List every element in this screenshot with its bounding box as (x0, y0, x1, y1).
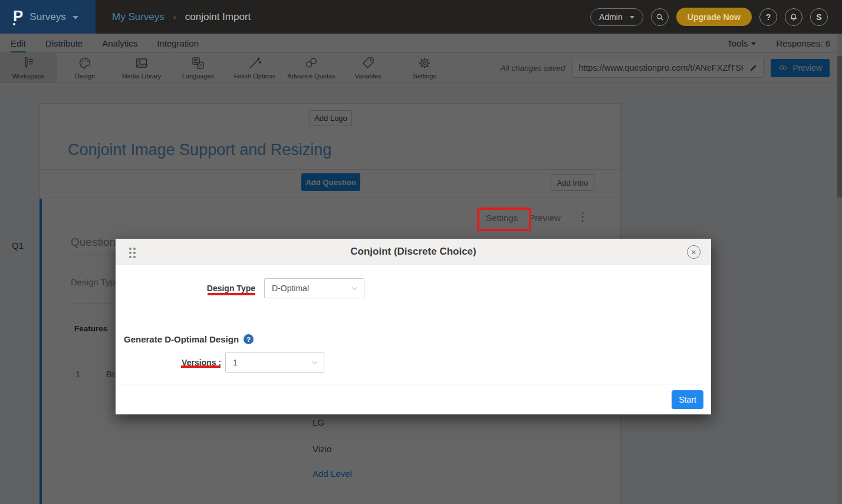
surveys-product-menu[interactable]: P Surveys (0, 0, 96, 34)
versions-select[interactable]: 1 (225, 353, 324, 373)
top-header: P Surveys My Surveys › conjoint Import A… (0, 0, 842, 34)
modal-title: Conjoint (Discrete Choice) (350, 246, 476, 258)
generate-design-heading: Generate D-Optimal Design ? (124, 334, 254, 344)
chevron-down-icon (310, 358, 319, 367)
versions-value: 1 (233, 358, 238, 367)
breadcrumb: My Surveys › conjoint Import (112, 11, 251, 23)
upgrade-now-button[interactable]: Upgrade Now (676, 8, 752, 26)
breadcrumb-separator: › (173, 12, 176, 22)
breadcrumb-my-surveys[interactable]: My Surveys (112, 11, 165, 23)
product-name: Surveys (29, 11, 65, 23)
chevron-down-icon (630, 16, 634, 19)
search-button[interactable] (651, 8, 669, 26)
design-type-value: D-Optimal (272, 284, 309, 293)
help-button[interactable]: ? (759, 8, 777, 26)
modal-header: Conjoint (Discrete Choice) (116, 239, 711, 265)
annotation-underline-design-type (208, 293, 255, 295)
annotation-box-settings (477, 207, 531, 231)
modal-footer-divider (116, 384, 711, 384)
breadcrumb-current: conjoint Import (185, 11, 251, 23)
conjoint-settings-modal: Conjoint (Discrete Choice) × Design Type… (116, 239, 711, 414)
drag-handle-icon[interactable] (129, 248, 136, 258)
start-button[interactable]: Start (672, 390, 703, 409)
admin-dropdown[interactable]: Admin (590, 8, 643, 26)
close-icon[interactable]: × (687, 245, 700, 259)
design-type-label: Design Type (186, 284, 255, 293)
notifications-button[interactable] (785, 8, 802, 26)
question-mark-icon: ? (766, 12, 771, 22)
bell-icon (789, 12, 798, 22)
search-icon (655, 12, 665, 22)
header-actions: Admin Upgrade Now ? S (590, 8, 842, 26)
chevron-down-icon (350, 284, 359, 293)
help-circle-icon[interactable]: ? (244, 334, 254, 344)
user-avatar[interactable]: S (810, 8, 828, 26)
questionpro-logo: P (13, 8, 23, 24)
annotation-underline-versions (181, 365, 221, 368)
avatar-letter: S (816, 12, 821, 22)
design-type-select[interactable]: D-Optimal (264, 278, 364, 298)
admin-label: Admin (599, 12, 623, 22)
chevron-down-icon (73, 16, 78, 19)
